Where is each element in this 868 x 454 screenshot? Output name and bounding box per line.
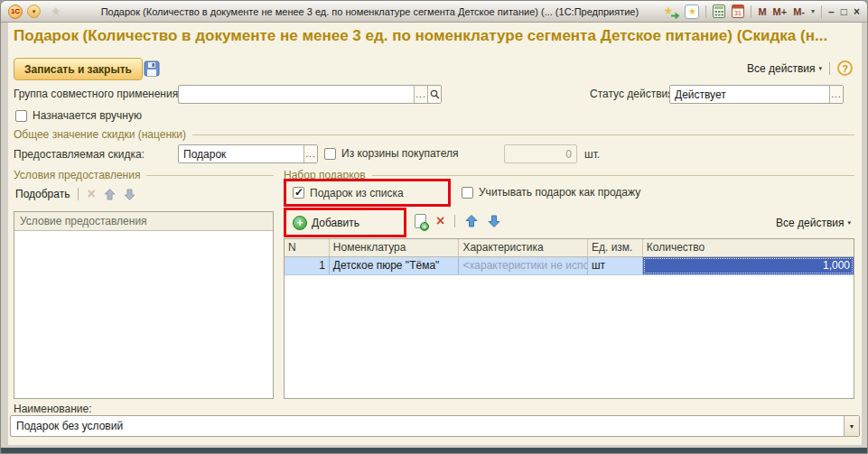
manual-checkbox[interactable]	[15, 110, 27, 122]
add-favorite-icon[interactable]: ★	[685, 5, 699, 19]
close-button[interactable]: ×	[854, 5, 860, 18]
plus-icon: +	[293, 216, 307, 230]
gifts-table[interactable]: N Номенклатура Характеристика Ед. изм. К…	[284, 238, 854, 399]
name-field-label: Наименование:	[14, 403, 92, 415]
cart-qty-unit-label: шт.	[584, 148, 600, 161]
discount-field-input[interactable]: Подарок ...	[178, 144, 318, 163]
maximize-button[interactable]: □	[841, 5, 847, 18]
col-nomenclature[interactable]: Номенклатура	[330, 239, 460, 256]
from-cart-checkbox-row[interactable]: Из корзины покупателя	[324, 147, 458, 160]
title-bar: 1С ▾ ★ Подарок (Количество в документе н…	[1, 1, 867, 23]
help-button[interactable]: ?	[837, 60, 853, 76]
system-menu-button[interactable]: ▾	[27, 5, 41, 18]
divider	[454, 215, 455, 227]
add-button[interactable]: + Добавить	[293, 216, 359, 230]
calendar-icon[interactable]: 31	[732, 5, 744, 18]
name-combo[interactable]: Подарок без условий ▼	[10, 415, 860, 437]
col-n[interactable]: N	[285, 239, 330, 256]
gift-as-sale-checkbox[interactable]	[462, 187, 473, 199]
from-cart-checkbox-label: Из корзины покупателя	[341, 147, 458, 160]
mini-plus-icon: +	[420, 222, 429, 231]
choose-button[interactable]: ...	[303, 145, 317, 162]
cart-qty-value: 0	[505, 148, 576, 161]
status-field-label: Статус действия:	[590, 88, 677, 100]
all-actions-gifts-label: Все действия	[776, 217, 844, 229]
divider	[751, 5, 751, 18]
save-and-close-button[interactable]: Записать и закрыть	[14, 58, 143, 80]
row-down-icon[interactable]	[488, 215, 500, 227]
group-rule	[372, 175, 854, 176]
memory-m-button[interactable]: M	[758, 6, 766, 17]
manual-checkbox-label: Назначается вручную	[33, 109, 142, 122]
combo-dropdown-button[interactable]: ▼	[844, 416, 859, 436]
favorites-star-icon[interactable]: ★	[51, 5, 61, 17]
svg-text:31: 31	[735, 10, 742, 16]
gift-as-sale-row[interactable]: Учитывать подарок как продажу	[462, 186, 640, 199]
app-window: 1С ▾ ★ Подарок (Количество в документе н…	[0, 0, 868, 454]
delete-row-icon[interactable]: ×	[436, 215, 444, 227]
add-button-annotation: + Добавить	[284, 208, 406, 237]
divider	[829, 62, 830, 75]
col-unit[interactable]: Ед. изм.	[588, 239, 643, 256]
cell-nomenclature[interactable]: Детское пюре "Тёма"	[330, 257, 460, 274]
group-field-label: Группа совместного применения:	[14, 88, 182, 100]
col-characteristic[interactable]: Характеристика	[459, 239, 588, 256]
window-title: Подарок (Количество в документе не менее…	[101, 6, 658, 17]
conditions-group-title: Условия предоставления	[14, 169, 140, 181]
minimize-button[interactable]: –	[828, 5, 835, 18]
gifts-toolbar: + ×	[415, 214, 500, 228]
1c-logo-icon: 1С	[8, 5, 23, 19]
divider	[78, 188, 79, 200]
all-actions-label: Все действия	[747, 62, 815, 75]
chevron-down-icon: ▾	[847, 219, 851, 227]
choose-button[interactable]: ...	[414, 86, 427, 103]
row-up-icon[interactable]	[465, 215, 478, 227]
manual-checkbox-row[interactable]: Назначается вручную	[15, 109, 142, 122]
delete-condition-icon[interactable]: ×	[87, 188, 95, 200]
gift-from-list-annotation: Подарок из списка	[284, 179, 451, 207]
add-button-label: Добавить	[312, 217, 359, 229]
gift-as-sale-label: Учитывать подарок как продажу	[479, 186, 640, 199]
gift-from-list-checkbox[interactable]	[293, 187, 304, 199]
save-icon[interactable]	[144, 60, 160, 77]
page-title: Подарок (Количество в документе не менее…	[14, 27, 856, 45]
window-bottom-edge	[1, 448, 867, 453]
cell-qty-selected[interactable]: 1,000	[643, 257, 854, 274]
move-down-icon[interactable]	[124, 189, 135, 200]
all-actions-top-button[interactable]: Все действия ▾	[747, 62, 822, 75]
go-favorites-icon[interactable]: ★	[663, 5, 678, 19]
gifts-table-header: N Номенклатура Характеристика Ед. изм. К…	[285, 239, 854, 257]
discount-field-value: Подарок	[179, 148, 303, 161]
cart-qty-input: 0	[504, 144, 577, 163]
conditions-column-label: Условие предоставления	[20, 215, 147, 227]
divider	[821, 5, 822, 18]
common-discount-group-title: Общее значение скидки (наценки)	[14, 128, 186, 141]
conditions-column-header: Условие предоставления	[14, 212, 273, 231]
col-qty[interactable]: Количество	[643, 239, 854, 256]
toolbar-overflow-icon[interactable]: ▾	[811, 7, 815, 15]
cell-unit[interactable]: шт	[588, 257, 643, 274]
conditions-list[interactable]: Условие предоставления	[14, 211, 274, 399]
cell-n[interactable]: 1	[285, 257, 330, 274]
pick-button[interactable]: Подобрать	[15, 188, 70, 200]
memory-m-minus-button[interactable]: M-	[793, 6, 805, 17]
group-field-input[interactable]: ...	[178, 85, 442, 104]
conditions-group: Условия предоставления	[14, 169, 274, 181]
group-rule	[192, 134, 854, 135]
pick-button-label: Подобрать	[15, 188, 70, 200]
conditions-toolbar: Подобрать ×	[15, 188, 135, 200]
cell-characteristic[interactable]: <характеристики не использу...	[459, 257, 588, 274]
table-row[interactable]: 1 Детское пюре "Тёма" <характеристики не…	[285, 257, 854, 275]
memory-m-plus-button[interactable]: M+	[773, 6, 788, 17]
move-up-icon[interactable]	[104, 189, 116, 200]
chevron-down-icon: ▾	[818, 65, 822, 72]
search-icon[interactable]	[427, 86, 441, 103]
form-area: Подарок (Количество в документе не менее…	[8, 23, 862, 445]
divider	[705, 5, 706, 18]
choose-button[interactable]: ...	[829, 86, 843, 103]
add-copy-icon[interactable]: +	[415, 214, 426, 228]
status-field-input[interactable]: Действует ...	[669, 85, 844, 104]
calculator-icon[interactable]	[713, 5, 725, 18]
from-cart-checkbox[interactable]	[324, 148, 336, 160]
all-actions-gifts-button[interactable]: Все действия ▾	[776, 217, 851, 229]
